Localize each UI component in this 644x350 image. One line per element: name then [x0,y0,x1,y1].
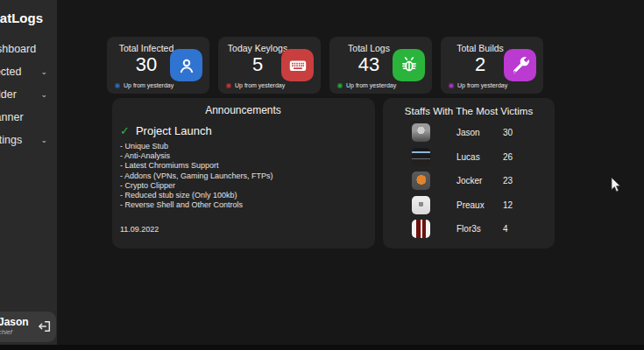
sidebar-item-scanner[interactable]: Scanner [0,106,57,129]
staff-name: Jason [456,128,503,137]
chevron-down-icon: ⌄ [40,129,47,151]
staff-victim-count: 4 [503,224,508,234]
staff-avatar [412,220,430,238]
logout-icon[interactable] [38,319,52,333]
sidebar-item-dashboard[interactable]: Dashboard [0,38,57,60]
stat-card-total-logs: Total Logs 43 Up from yesterday [329,37,432,94]
chevron-down-icon: ⌄ [40,60,47,83]
announcement-item: - Latest Chromiums Support [120,161,366,171]
up-indicator-icon [115,83,120,88]
stat-note: Up from yesterday [226,82,285,88]
stat-note-text: Up from yesterday [457,82,507,88]
user-profile-card: Jason chief [0,312,56,342]
stat-title: Today Keylogs [226,43,289,53]
staff-name: Flor3s [456,224,503,234]
announcement-item: - Anti-Analysis [120,151,366,161]
staff-row: Flor3s 4 [383,217,555,242]
announcements-panel: Announcements ✓ Project Launch - Unique … [112,98,375,248]
sidebar-item-label: Infected [0,60,21,83]
stat-value: 2 [449,54,512,75]
bug-icon [393,49,425,81]
user-icon [170,49,202,81]
page-bottom-edge [0,345,644,350]
stat-card-total-infected: Total Infected 30 Up from yesterday [107,37,209,94]
staff-name: Preaux [456,200,503,210]
staff-name: Lucas [456,152,503,162]
staff-name: Jocker [456,176,503,186]
announcement-item: - Crypto Clipper [120,181,366,191]
staff-row: Preaux 12 [383,193,555,218]
staff-victim-count: 23 [503,176,513,186]
staff-row: Lucas 26 [383,145,555,170]
stat-value: 5 [226,54,289,75]
keyboard-icon [281,49,314,81]
sidebar-nav: Dashboard Infected ⌄ Builder ⌄ Scanner S… [0,38,57,151]
announcement-heading: ✓ Project Launch [120,124,366,137]
announcement-heading-text: Project Launch [136,124,212,137]
sidebar-item-settings[interactable]: Settings ⌄ [0,129,57,151]
staff-victim-count: 30 [503,128,513,137]
wrench-icon [504,49,536,81]
staff-avatar [412,196,430,214]
stat-note-text: Up from yesterday [235,82,285,88]
stat-title: Total Infected [115,43,178,53]
sidebar-item-builder[interactable]: Builder ⌄ [0,83,57,106]
stat-title: Total Builds [449,43,512,53]
staff-victims-panel: Staffs With The Most Victims Jason 30 Lu… [383,98,555,248]
stat-value: 43 [337,54,400,75]
announcement-list: - Unique Stub - Anti-Analysis - Latest C… [120,142,366,210]
stat-value: 30 [115,54,178,75]
mouse-cursor [611,177,621,192]
stat-note-text: Up from yesterday [124,82,173,88]
staff-avatar [412,123,430,142]
up-indicator-icon [337,83,343,88]
staff-victim-count: 26 [503,152,513,162]
app-logo: RatLogs [0,10,57,25]
stat-card-today-keylogs: Today Keylogs 5 Up from yesterday [218,37,321,94]
sidebar-item-label: Builder [0,83,17,106]
up-indicator-icon [226,83,231,88]
staff-row: Jocker 23 [383,169,555,193]
stats-row: Total Infected 30 Up from yesterday Toda… [107,37,543,94]
sidebar-item-label: Settings [0,129,22,151]
stat-title: Total Logs [337,43,400,53]
announcement-item: - Addons (VPNs, Gaming Launchers, FTPs) [120,172,366,181]
sidebar-item-label: Scanner [0,106,24,129]
stat-note: Up from yesterday [337,82,396,88]
announcement-item: - Reverse Shell and Other Controls [120,200,366,210]
staff-list: Jason 30 Lucas 26 Jocker 23 Preaux 12 Fl… [383,121,555,242]
staff-row: Jason 30 [383,121,555,145]
stat-note: Up from yesterday [115,82,173,88]
staff-avatar [412,148,430,166]
announcement-date: 11.09.2022 [120,225,366,234]
up-indicator-icon [449,83,454,88]
staff-victim-count: 12 [503,200,513,210]
stat-note-text: Up from yesterday [346,82,396,88]
stat-card-total-builds: Total Builds 2 Up from yesterday [441,37,543,94]
staff-avatar [412,172,430,190]
stat-note: Up from yesterday [449,82,507,88]
announcement-item: - Unique Stub [120,142,366,151]
announcements-title: Announcements [120,104,366,116]
chevron-down-icon: ⌄ [40,83,47,106]
sidebar: RatLogs Dashboard Infected ⌄ Builder ⌄ S… [0,0,57,345]
announcement-item: - Reduced stub size (Only 100kb) [120,191,366,200]
check-icon: ✓ [120,124,130,137]
sidebar-item-infected[interactable]: Infected ⌄ [0,60,57,83]
sidebar-item-label: Dashboard [0,38,36,60]
staff-panel-title: Staffs With The Most Victims [383,106,555,116]
